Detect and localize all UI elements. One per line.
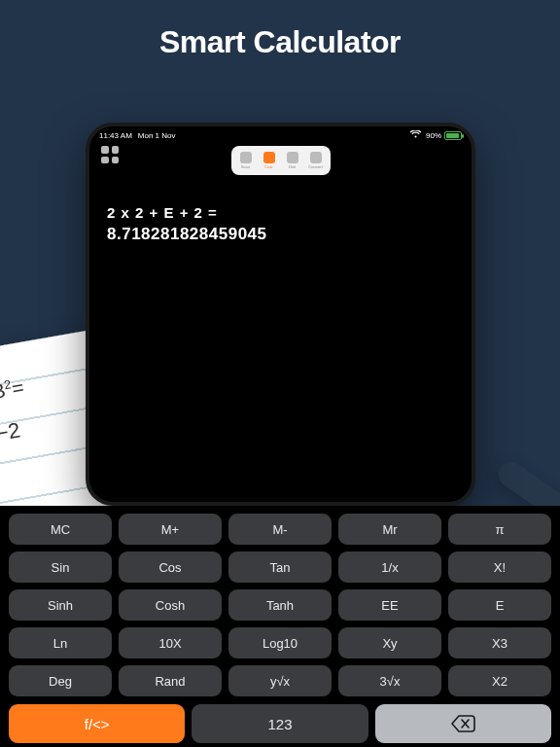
mode-tab-calc[interactable]: Calc	[258, 149, 281, 172]
key-xy[interactable]: Xy	[338, 627, 441, 658]
calc-result: 8.718281828459045	[107, 225, 454, 244]
numeric-mode-button[interactable]: 123	[192, 704, 368, 743]
scan-icon	[240, 152, 252, 163]
key-x3[interactable]: X3	[448, 627, 551, 658]
mode-tab-label: Scan	[241, 164, 251, 169]
mode-tab-scan[interactable]: Scan	[234, 149, 258, 172]
calc-expression: 2 x 2 + E + 2 =	[107, 204, 454, 221]
key-tanh[interactable]: Tanh	[228, 589, 332, 621]
key-cos[interactable]: Cos	[119, 551, 222, 583]
keypad-row: MCM+M-Mrπ	[9, 514, 551, 545]
mode-tab-label: Calc	[264, 164, 272, 169]
key-mc[interactable]: MC	[9, 514, 112, 545]
calc-icon	[263, 152, 275, 163]
key-m[interactable]: M+	[119, 514, 222, 545]
mode-tab-label: Convert	[308, 164, 323, 169]
keypad: MCM+M-MrπSinCosTan1/xX!SinhCoshTanhEEELn…	[0, 506, 560, 747]
key-10x[interactable]: 10X	[119, 627, 222, 658]
key-yx[interactable]: y√x	[228, 665, 332, 696]
key-ee[interactable]: EE	[338, 589, 441, 621]
keypad-row: Ln10XLog10XyX3	[9, 627, 551, 658]
keypad-bottom-row: f/<> 123	[9, 704, 551, 743]
key-3x[interactable]: 3√x	[338, 665, 441, 696]
app-grid-icon[interactable]	[101, 146, 119, 163]
keypad-row: SinCosTan1/xX!	[9, 551, 551, 583]
mode-tab-convert[interactable]: Convert	[304, 149, 328, 172]
mode-tab-unit[interactable]: Unit	[281, 149, 304, 172]
battery-text: 90%	[426, 131, 441, 140]
status-date: Mon 1 Nov	[138, 131, 176, 140]
key-ln[interactable]: Ln	[9, 627, 112, 658]
key-x[interactable]: X!	[448, 551, 551, 583]
paper-line-1: A+B2=	[0, 363, 97, 409]
key-cosh[interactable]: Cosh	[119, 589, 222, 621]
func-mode-button[interactable]: f/<>	[9, 704, 185, 743]
status-bar: 11:43 AM Mon 1 Nov 90%	[89, 126, 472, 142]
backspace-button[interactable]	[375, 704, 551, 743]
key-[interactable]: π	[448, 514, 551, 545]
keypad-row: DegRandy√x3√xX2	[9, 665, 551, 696]
key-sin[interactable]: Sin	[9, 551, 112, 583]
key-mr[interactable]: Mr	[338, 514, 441, 545]
key-tan[interactable]: Tan	[228, 551, 332, 583]
unit-icon	[287, 152, 298, 163]
mode-tabs: ScanCalcUnitConvert	[231, 146, 331, 175]
keypad-row: SinhCoshTanhEEE	[9, 589, 551, 621]
status-time: 11:43 AM	[99, 131, 132, 140]
key-sinh[interactable]: Sinh	[9, 589, 112, 621]
battery-icon: 90%	[426, 131, 462, 140]
calc-display: 2 x 2 + E + 2 = 8.718281828459045	[89, 179, 472, 269]
key-rand[interactable]: Rand	[119, 665, 222, 696]
convert-icon	[310, 152, 322, 163]
key-log10[interactable]: Log10	[228, 627, 332, 658]
key-m[interactable]: M-	[228, 514, 332, 545]
wifi-icon	[410, 130, 421, 140]
key-e[interactable]: E	[448, 589, 551, 621]
key-deg[interactable]: Deg	[9, 665, 112, 696]
page-title: Smart Calculator	[0, 24, 560, 60]
tablet-device: 11:43 AM Mon 1 Nov 90% ScanCalcUnitConve…	[86, 123, 475, 506]
key-x2[interactable]: X2	[448, 665, 551, 696]
key-1x[interactable]: 1/x	[338, 551, 441, 583]
mode-tab-label: Unit	[289, 164, 296, 169]
